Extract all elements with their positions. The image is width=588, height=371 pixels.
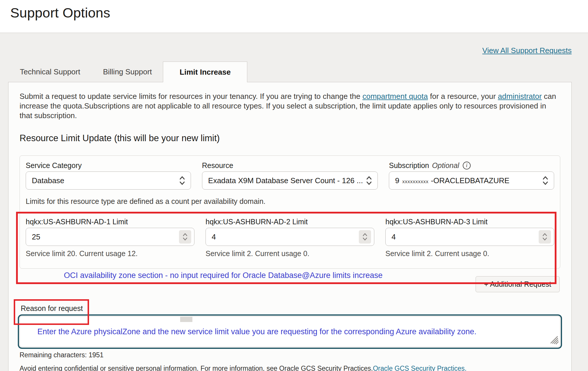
- remaining-characters: Remaining characters: 1951: [20, 351, 560, 359]
- resize-handle-icon[interactable]: [549, 335, 559, 346]
- view-all-support-requests-link[interactable]: View All Support Requests: [482, 46, 572, 55]
- support-tabs: Technical Support Billing Support Limit …: [8, 62, 572, 82]
- tab-billing-support[interactable]: Billing Support: [102, 62, 153, 82]
- select-row: Service Category Database Resource Exada…: [26, 161, 554, 190]
- ad-limits-row: hqkx:US-ASHBURN-AD-1 Limit Service limit…: [26, 217, 554, 258]
- service-category-select[interactable]: Database: [26, 172, 191, 190]
- subscription-select[interactable]: 9xxxxxxxxxx-ORACLEDBATAZURE: [389, 172, 554, 190]
- page-title: Support Options: [10, 5, 588, 21]
- page-header: Support Options: [0, 0, 588, 33]
- ad3-limit-input-box: [385, 228, 554, 246]
- info-icon[interactable]: i: [463, 162, 471, 169]
- ad2-label: hqkx:US-ASHBURN-AD-2 Limit: [206, 217, 374, 226]
- resource-value: Exadata X9M Database Server Count - 126 …: [208, 176, 363, 185]
- field-resource: Resource Exadata X9M Database Server Cou…: [202, 161, 378, 190]
- ad3-limit-input[interactable]: [386, 232, 539, 242]
- stepper-up-down-icon[interactable]: [179, 230, 191, 244]
- subscription-value-masked: xxxxxxxxxx: [402, 179, 429, 184]
- chevron-up-down-icon: [366, 176, 372, 186]
- intro-paragraph: Submit a request to update service limit…: [20, 92, 560, 120]
- ad-limit-column-1: hqkx:US-ASHBURN-AD-1 Limit Service limit…: [26, 217, 194, 258]
- security-practices-link[interactable]: Oracle GCS Security Practices.: [373, 365, 467, 371]
- subscription-value: 9xxxxxxxxxx-ORACLEDBATAZURE: [395, 176, 539, 185]
- zone-annotation-note: OCI availability zone section - no input…: [62, 271, 385, 280]
- toplink-row: View All Support Requests: [8, 46, 572, 55]
- subscription-label: Subscription: [389, 161, 429, 170]
- service-category-label: Service Category: [26, 161, 191, 170]
- intro-text: Submit a request to update service limit…: [20, 92, 362, 101]
- security-note: Avoid entering confidential or sensitive…: [20, 365, 560, 371]
- ad2-limit-input[interactable]: [206, 232, 359, 242]
- reason-hint-text: Enter the Azure physicalZone and the new…: [37, 327, 476, 336]
- subscription-label-row: Subscription Optional i: [389, 161, 554, 170]
- zone-note-row: OCI availability zone section - no input…: [20, 269, 560, 293]
- chevron-up-down-icon: [179, 176, 185, 186]
- administrator-link[interactable]: administrator: [498, 92, 542, 101]
- ad-limit-column-2: hqkx:US-ASHBURN-AD-2 Limit Service limit…: [206, 217, 374, 258]
- compartment-quota-link[interactable]: compartment quota: [362, 92, 428, 101]
- tab-technical-support[interactable]: Technical Support: [19, 62, 81, 82]
- ad2-helper-text: Service limit 2. Current usage 0.: [206, 249, 374, 258]
- intro-text: for a resource, your: [428, 92, 498, 101]
- tab-limit-increase[interactable]: Limit Increase: [163, 62, 247, 82]
- ad1-label: hqkx:US-ASHBURN-AD-1 Limit: [26, 217, 194, 226]
- ad3-helper-text: Service limit 2. Current usage 0.: [385, 249, 554, 258]
- security-note-text: Avoid entering confidential or sensitive…: [20, 365, 373, 371]
- service-category-value: Database: [32, 176, 176, 185]
- additional-request-button[interactable]: + Additional Request: [476, 276, 560, 292]
- ad-limit-column-3: hqkx:US-ASHBURN-AD-3 Limit Service limit…: [385, 217, 554, 258]
- section-title: Resource Limit Update (this will be your…: [20, 133, 560, 144]
- limit-increase-panel: Submit a request to update service limit…: [8, 82, 572, 371]
- limits-note: Limits for this resource type are define…: [26, 197, 554, 206]
- resource-limit-card: Service Category Database Resource Exada…: [20, 155, 560, 269]
- field-subscription: Subscription Optional i 9xxxxxxxxxx-ORAC…: [389, 161, 554, 190]
- ad1-limit-input-box: [26, 228, 194, 246]
- resource-label: Resource: [202, 161, 378, 170]
- ad1-helper-text: Service limit 20. Current usage 12.: [26, 249, 194, 258]
- chevron-up-down-icon: [542, 176, 549, 186]
- ad1-limit-input[interactable]: [26, 232, 179, 242]
- subscription-value-prefix: 9: [395, 176, 399, 185]
- field-service-category: Service Category Database: [26, 161, 191, 190]
- ad2-limit-input-box: [206, 228, 374, 246]
- stepper-up-down-icon[interactable]: [539, 230, 551, 244]
- resource-select[interactable]: Exadata X9M Database Server Count - 126 …: [202, 172, 378, 190]
- stepper-up-down-icon[interactable]: [359, 230, 371, 244]
- subscription-optional-label: Optional: [432, 161, 459, 170]
- reason-label: Reason for request: [20, 304, 560, 312]
- reason-textarea[interactable]: Enter the Azure physicalZone and the new…: [20, 316, 560, 347]
- subscription-value-suffix: -ORACLEDBATAZURE: [431, 176, 509, 185]
- ad3-label: hqkx:US-ASHBURN-AD-3 Limit: [385, 217, 554, 226]
